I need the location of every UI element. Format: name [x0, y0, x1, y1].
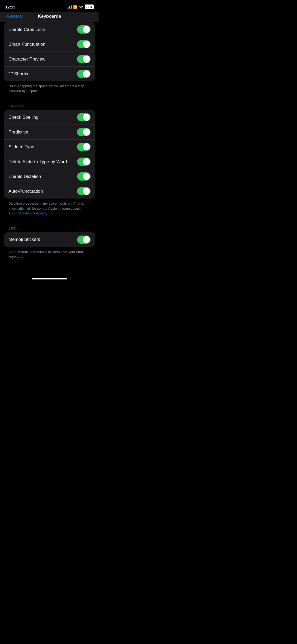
status-time: 12:13	[5, 5, 15, 9]
smart-punctuation-toggle[interactable]	[77, 40, 91, 48]
delete-slide-row: Delete Slide-to-Type by Word	[4, 154, 95, 169]
memoji-stickers-toggle[interactable]	[77, 236, 91, 244]
auto-punctuation-toggle[interactable]	[77, 187, 91, 195]
delete-slide-label: Delete Slide-to-Type by Word	[8, 159, 67, 164]
top-settings-card: Enable Caps Lock Smart Punctuation Chara…	[4, 22, 95, 81]
home-bar	[32, 278, 67, 279]
enable-dictation-toggle[interactable]	[77, 172, 91, 181]
back-button[interactable]: ‹ General	[4, 13, 23, 20]
enable-dictation-row: Enable Dictation	[4, 169, 95, 184]
period-shortcut-label: "." Shortcut	[8, 71, 31, 77]
emoji-settings-card: Memoji Stickers	[4, 232, 95, 247]
predictive-row: Predictive	[4, 125, 95, 140]
wifi-icon: 📶	[73, 5, 77, 9]
page-title: Keyboards	[38, 14, 61, 19]
dictation-privacy-link[interactable]: About Dictation & Privacy…	[8, 211, 51, 215]
english-settings-card: Check Spelling Predictive Slide to Type …	[4, 110, 95, 199]
smart-punctuation-row: Smart Punctuation	[4, 37, 95, 52]
auto-punctuation-row: Auto-Punctuation	[4, 184, 95, 199]
character-preview-row: Character Preview	[4, 52, 95, 67]
check-spelling-row: Check Spelling	[4, 110, 95, 125]
battery-indicator: 75 %	[85, 4, 94, 9]
memoji-stickers-label: Memoji Stickers	[8, 237, 40, 242]
auto-punctuation-label: Auto-Punctuation	[8, 189, 43, 194]
slide-to-type-row: Slide to Type	[4, 140, 95, 154]
back-label: General	[7, 14, 23, 19]
settings-content: Enable Caps Lock Smart Punctuation Chara…	[0, 22, 99, 275]
enable-caps-lock-toggle[interactable]	[77, 25, 91, 34]
enable-caps-lock-label: Enable Caps Lock	[8, 27, 45, 32]
check-spelling-label: Check Spelling	[8, 115, 38, 120]
signal-icon	[67, 5, 72, 9]
wifi-icon	[79, 5, 83, 8]
check-spelling-toggle[interactable]	[77, 113, 91, 121]
emoji-section-label: EMOJI	[0, 221, 99, 232]
enable-caps-lock-row: Enable Caps Lock	[4, 22, 95, 37]
predictive-label: Predictive	[8, 130, 28, 135]
home-indicator	[0, 275, 99, 282]
memoji-stickers-row: Memoji Stickers	[4, 232, 95, 247]
top-footer-note: Double-tapping the space bar will insert…	[0, 81, 99, 99]
character-preview-label: Character Preview	[8, 57, 45, 62]
period-shortcut-toggle[interactable]	[77, 70, 91, 78]
predictive-toggle[interactable]	[77, 128, 91, 136]
english-section-label: ENGLISH	[0, 99, 99, 110]
smart-punctuation-label: Smart Punctuation	[8, 42, 45, 47]
slide-to-type-toggle[interactable]	[77, 143, 91, 151]
character-preview-toggle[interactable]	[77, 55, 91, 63]
delete-slide-toggle[interactable]	[77, 158, 91, 166]
nav-bar: ‹ General Keyboards	[0, 12, 99, 22]
slide-to-type-label: Slide to Type	[8, 144, 34, 150]
chevron-left-icon: ‹	[4, 13, 6, 20]
period-shortcut-row: "." Shortcut	[4, 67, 95, 81]
status-icons: 📶 75 %	[67, 4, 94, 9]
emoji-footer-note: Send Memoji and Animoji stickers from yo…	[0, 247, 99, 264]
english-footer-note: Dictation processes many voice inputs on…	[0, 199, 99, 221]
status-bar: 12:13 📶 75 %	[0, 0, 99, 12]
enable-dictation-label: Enable Dictation	[8, 174, 41, 179]
